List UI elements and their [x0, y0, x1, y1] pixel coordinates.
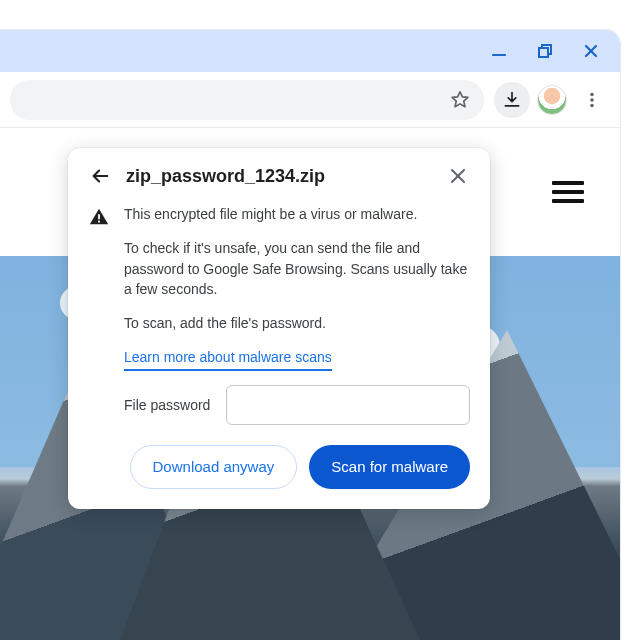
restore-button[interactable] [524, 35, 566, 67]
svg-point-6 [590, 98, 594, 102]
svg-point-5 [590, 92, 594, 96]
close-icon [449, 167, 467, 185]
star-icon [449, 89, 471, 111]
close-icon [582, 42, 600, 60]
panel-actions: Download anyway Scan for malware [88, 445, 470, 489]
download-anyway-button[interactable]: Download anyway [130, 445, 298, 489]
download-warning-panel: zip_password_1234.zip This encrypted fil… [68, 148, 490, 509]
download-icon [502, 90, 522, 110]
password-input[interactable] [226, 385, 470, 425]
arrow-left-icon [89, 165, 111, 187]
site-menu-button[interactable] [552, 176, 584, 208]
panel-header: zip_password_1234.zip [88, 164, 470, 188]
warning-text: This encrypted file might be a virus or … [124, 204, 470, 224]
panel-body: This encrypted file might be a virus or … [88, 204, 470, 425]
avatar-icon [537, 85, 567, 115]
restore-icon [536, 42, 554, 60]
downloads-button[interactable] [494, 82, 530, 118]
window-titlebar [0, 30, 620, 72]
back-button[interactable] [88, 164, 112, 188]
window-close-button[interactable] [570, 35, 612, 67]
panel-title: zip_password_1234.zip [126, 166, 432, 187]
description-text: To check if it's unsafe, you can send th… [124, 238, 470, 299]
omnibox[interactable] [10, 80, 484, 120]
svg-rect-10 [98, 214, 100, 219]
password-label: File password [124, 395, 210, 415]
app-menu-button[interactable] [574, 82, 610, 118]
panel-close-button[interactable] [446, 164, 470, 188]
browser-toolbar [0, 72, 620, 128]
minimize-icon [490, 42, 508, 60]
svg-rect-11 [98, 221, 100, 223]
scan-for-malware-button[interactable]: Scan for malware [309, 445, 470, 489]
warning-icon [88, 206, 110, 233]
minimize-button[interactable] [478, 35, 520, 67]
profile-button[interactable] [534, 82, 570, 118]
bookmark-button[interactable] [446, 86, 474, 114]
kebab-menu-icon [583, 91, 601, 109]
svg-point-7 [590, 103, 594, 107]
password-row: File password [124, 385, 470, 425]
svg-rect-2 [539, 48, 548, 57]
hamburger-icon [552, 181, 584, 203]
learn-more-link[interactable]: Learn more about malware scans [124, 347, 332, 370]
instruction-text: To scan, add the file's password. [124, 313, 470, 333]
